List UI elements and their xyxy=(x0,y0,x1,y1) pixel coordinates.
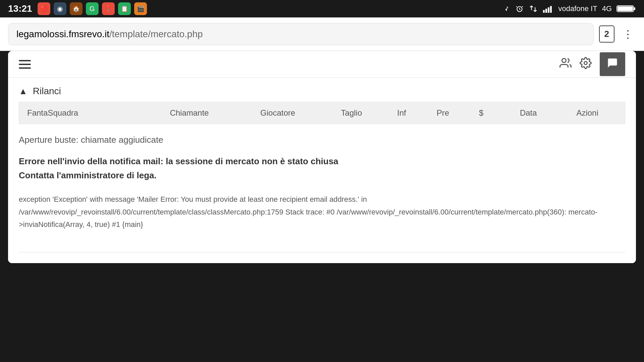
app-icon-7: 🎬 xyxy=(134,2,147,15)
nav-bar xyxy=(8,51,636,78)
bluetooth-icon xyxy=(503,4,511,13)
svg-rect-4 xyxy=(550,6,552,13)
svg-rect-7 xyxy=(618,6,633,11)
col-dollar: $ xyxy=(464,108,499,118)
svg-rect-1 xyxy=(543,10,545,13)
app-icons: 🔴 ◉ 🏠 G 📍 📋 🎬 xyxy=(38,2,147,15)
settings-icon-button[interactable] xyxy=(580,57,592,71)
col-giocatore: Giocatore xyxy=(233,108,322,118)
status-bar: 13:21 🔴 ◉ 🏠 G 📍 📋 🎬 xyxy=(0,0,644,17)
main-content-card: ▲ Rilanci FantaSquadra Chiamante Giocato… xyxy=(8,51,636,263)
url-domain: legamolossi.fmsrevo.it xyxy=(16,29,109,40)
svg-rect-2 xyxy=(545,9,547,13)
app-icon-6: 📋 xyxy=(118,2,131,15)
error-line-1: Errore nell'invio della notifica mail: l… xyxy=(19,155,625,169)
nav-right-icons xyxy=(559,52,625,76)
rilanci-title: Rilanci xyxy=(33,86,61,97)
hamburger-line-1 xyxy=(19,60,31,61)
col-inf: Inf xyxy=(381,108,422,118)
alarm-icon xyxy=(515,4,524,13)
table-header: FantaSquadra Chiamante Giocatore Taglio … xyxy=(19,102,625,124)
chat-button[interactable] xyxy=(600,52,625,76)
col-fantasquadra: FantaSquadra xyxy=(27,108,145,118)
error-line-2: Contatta l'amministratore di lega. xyxy=(19,169,625,183)
app-icon-4: G xyxy=(86,2,99,15)
app-icon-3: 🏠 xyxy=(70,2,83,15)
people-icon-button[interactable] xyxy=(559,57,572,71)
col-chiamante: Chiamante xyxy=(145,108,234,118)
status-bar-left: 13:21 🔴 ◉ 🏠 G 📍 📋 🎬 xyxy=(8,2,147,15)
hamburger-menu-button[interactable] xyxy=(19,60,31,69)
signal-icon xyxy=(543,4,553,13)
status-time: 13:21 xyxy=(8,3,32,14)
aperture-text: Aperture buste: chiamate aggiudicate xyxy=(19,135,625,145)
error-trace-text: exception 'Exception' with message 'Mail… xyxy=(19,193,625,231)
section-divider xyxy=(19,252,625,252)
url-bar[interactable]: legamolossi.fmsrevo.it /template/mercato… xyxy=(8,23,594,45)
app-icon-1: 🔴 xyxy=(38,2,50,15)
svg-point-8 xyxy=(562,59,566,63)
carrier-label: vodafone IT xyxy=(558,4,597,13)
svg-rect-6 xyxy=(634,7,635,10)
svg-rect-3 xyxy=(548,7,549,13)
bottom-spacer xyxy=(0,263,644,297)
network-label: 4G xyxy=(602,4,612,13)
col-pre: Pre xyxy=(422,108,464,118)
tab-count-button[interactable]: 2 xyxy=(599,25,614,43)
page-section: ▲ Rilanci FantaSquadra Chiamante Giocato… xyxy=(8,78,636,263)
rilanci-header: ▲ Rilanci xyxy=(19,78,625,102)
hamburger-line-2 xyxy=(19,64,31,65)
browser-bar: legamolossi.fmsrevo.it /template/mercato… xyxy=(0,17,644,51)
transfer-icon xyxy=(529,4,538,13)
browser-menu-button[interactable]: ⋮ xyxy=(620,28,636,41)
app-icon-5: 📍 xyxy=(102,2,115,15)
hamburger-line-3 xyxy=(19,67,31,69)
url-path: /template/mercato.php xyxy=(109,29,203,40)
col-taglio: Taglio xyxy=(322,108,381,118)
col-data: Data xyxy=(499,108,558,118)
content-area: Aperture buste: chiamate aggiudicate Err… xyxy=(19,124,625,241)
rilanci-chevron-icon: ▲ xyxy=(19,86,28,97)
battery-icon xyxy=(616,4,636,13)
col-azioni: Azioni xyxy=(558,108,617,118)
status-bar-right: vodafone IT 4G xyxy=(503,4,636,13)
svg-point-9 xyxy=(584,62,587,65)
error-main-message: Errore nell'invio della notifica mail: l… xyxy=(19,155,625,182)
app-icon-2: ◉ xyxy=(54,2,66,15)
